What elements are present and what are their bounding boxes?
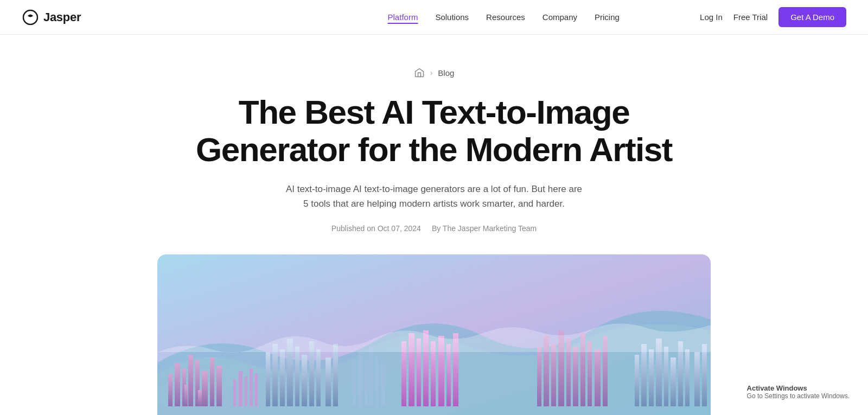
article-title: The Best AI Text-to-Image Generator for … xyxy=(195,93,673,169)
svg-rect-59 xyxy=(375,355,379,406)
svg-rect-8 xyxy=(210,357,214,406)
svg-rect-21 xyxy=(333,344,338,406)
svg-rect-5 xyxy=(188,355,193,406)
svg-rect-32 xyxy=(551,344,556,406)
windows-watermark: Activate Windows Go to Settings to activ… xyxy=(739,380,857,404)
get-demo-button[interactable]: Get A Demo xyxy=(778,7,846,27)
nav-company[interactable]: Company xyxy=(542,10,577,24)
article-subtitle: AI text-to-image AI text-to-image genera… xyxy=(282,182,586,211)
hero-image xyxy=(157,254,711,415)
watermark-title: Activate Windows xyxy=(747,384,850,392)
svg-rect-28 xyxy=(446,344,451,406)
svg-rect-54 xyxy=(255,374,258,406)
breadcrumb-separator: › xyxy=(430,68,433,77)
svg-rect-50 xyxy=(233,379,236,406)
svg-rect-40 xyxy=(635,355,639,406)
login-link[interactable]: Log In xyxy=(700,12,723,22)
svg-rect-12 xyxy=(266,352,270,406)
svg-rect-44 xyxy=(664,347,668,406)
svg-rect-7 xyxy=(202,371,208,406)
svg-rect-56 xyxy=(358,352,362,406)
svg-rect-53 xyxy=(250,368,253,406)
author: By The Jasper Marketing Team xyxy=(432,224,537,233)
svg-rect-2 xyxy=(168,374,173,406)
svg-rect-30 xyxy=(537,347,541,406)
svg-rect-3 xyxy=(175,363,180,406)
svg-rect-14 xyxy=(280,349,285,406)
svg-rect-38 xyxy=(595,349,601,406)
jasper-logo-icon xyxy=(22,9,39,26)
nav-platform[interactable]: Platform xyxy=(388,10,418,24)
breadcrumb: › Blog xyxy=(414,67,455,78)
navbar-right: Log In Free Trial Get A Demo xyxy=(700,7,846,27)
svg-rect-20 xyxy=(326,357,331,406)
svg-rect-17 xyxy=(302,355,307,406)
nav-resources[interactable]: Resources xyxy=(486,10,525,24)
svg-rect-13 xyxy=(272,344,278,406)
svg-rect-55 xyxy=(353,360,356,406)
svg-rect-60 xyxy=(381,363,385,406)
svg-rect-51 xyxy=(239,371,242,406)
svg-rect-35 xyxy=(573,347,578,406)
svg-rect-47 xyxy=(685,349,690,406)
logo-text: Jasper xyxy=(43,10,81,24)
breadcrumb-blog[interactable]: Blog xyxy=(438,68,454,78)
nav-solutions[interactable]: Solutions xyxy=(435,10,469,24)
svg-rect-10 xyxy=(184,385,188,406)
watermark-subtitle: Go to Settings to activate Windows. xyxy=(747,392,850,400)
svg-rect-16 xyxy=(295,347,299,406)
svg-rect-45 xyxy=(671,357,676,406)
free-trial-link[interactable]: Free Trial xyxy=(733,12,768,22)
svg-rect-58 xyxy=(369,347,373,406)
svg-rect-49 xyxy=(702,344,707,406)
svg-rect-11 xyxy=(198,390,202,406)
published-date: Published on Oct 07, 2024 xyxy=(331,224,421,233)
svg-point-0 xyxy=(23,10,37,24)
svg-rect-19 xyxy=(316,349,321,406)
main-content: › Blog The Best AI Text-to-Image Generat… xyxy=(0,35,868,415)
navbar: Jasper Platform Solutions Resources Comp… xyxy=(0,0,868,35)
svg-rect-52 xyxy=(245,376,247,406)
svg-rect-42 xyxy=(649,349,654,406)
article-meta: Published on Oct 07, 2024 By The Jasper … xyxy=(331,224,537,233)
svg-rect-48 xyxy=(694,352,700,406)
svg-rect-57 xyxy=(365,357,368,406)
svg-rect-41 xyxy=(641,344,647,406)
hero-image-svg xyxy=(157,254,711,415)
nav-links: Platform Solutions Resources Company Pri… xyxy=(388,10,620,24)
nav-pricing[interactable]: Pricing xyxy=(595,10,620,24)
home-icon[interactable] xyxy=(414,67,425,78)
svg-rect-9 xyxy=(216,366,222,406)
logo-area[interactable]: Jasper xyxy=(22,9,81,26)
